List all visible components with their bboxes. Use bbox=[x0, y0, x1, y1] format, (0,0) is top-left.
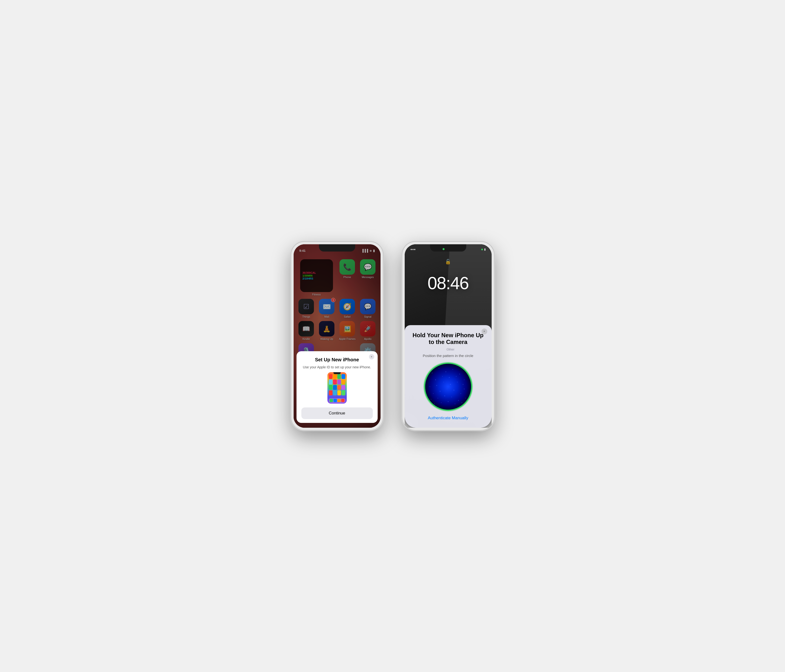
svg-point-4 bbox=[452, 369, 453, 370]
svg-point-26 bbox=[451, 397, 452, 397]
camera-active-dot bbox=[443, 248, 444, 250]
lock-screen: ●●● ▮ 🔓 08:46 × Hold Your New iPhone Up … bbox=[405, 244, 492, 428]
illu-app-11 bbox=[337, 385, 341, 390]
scene: 9:41 ▐▐▐ ⌾ ▮ 36/300CAL bbox=[291, 242, 494, 430]
svg-point-29 bbox=[434, 403, 435, 404]
illu-app-4 bbox=[341, 374, 345, 379]
svg-point-17 bbox=[464, 389, 464, 389]
illu-dock-4 bbox=[341, 399, 344, 402]
left-screen: 9:41 ▐▐▐ ⌾ ▮ 36/300CAL bbox=[294, 244, 380, 428]
illu-dock bbox=[329, 398, 345, 403]
illu-app-5 bbox=[329, 380, 333, 384]
svg-point-14 bbox=[443, 382, 444, 383]
illu-app-9 bbox=[329, 385, 333, 390]
illu-app-10 bbox=[333, 385, 337, 390]
right-iphone: ●●● ▮ 🔓 08:46 × Hold Your New iPhone Up … bbox=[402, 242, 494, 430]
svg-point-33 bbox=[461, 402, 463, 403]
camera-modal-close-button[interactable]: × bbox=[482, 328, 487, 334]
svg-point-15 bbox=[450, 384, 451, 385]
continue-button[interactable]: Continue bbox=[301, 408, 373, 419]
illu-app-14 bbox=[333, 390, 337, 395]
svg-point-25 bbox=[444, 395, 445, 396]
illu-dock-3 bbox=[337, 399, 341, 402]
svg-point-31 bbox=[448, 401, 449, 402]
right-screen: ●●● ▮ 🔓 08:46 × Hold Your New iPhone Up … bbox=[405, 244, 492, 428]
right-notch bbox=[430, 244, 466, 252]
modal-close-button[interactable]: × bbox=[369, 354, 374, 359]
svg-point-0 bbox=[425, 364, 471, 409]
camera-modal-title: Hold Your New iPhone Up to the Camera bbox=[410, 332, 486, 346]
illu-app-3 bbox=[337, 374, 341, 379]
iphone-illustration bbox=[327, 372, 347, 403]
camera-status-dot bbox=[481, 248, 483, 250]
camera-modal-description: Position the pattern in the circle bbox=[410, 354, 486, 358]
svg-point-7 bbox=[435, 380, 436, 380]
modal-description: Use your Apple ID to set up your new iPh… bbox=[303, 365, 371, 370]
setup-modal: × Set Up New iPhone Use your Apple ID to… bbox=[297, 351, 378, 423]
lock-time: 08:46 bbox=[405, 273, 492, 293]
illu-app-6 bbox=[333, 380, 337, 384]
illu-app-16 bbox=[341, 390, 345, 395]
authenticate-manually-button[interactable]: Authenticate Manually bbox=[410, 416, 486, 420]
left-iphone: 9:41 ▐▐▐ ⌾ ▮ 36/300CAL bbox=[291, 242, 383, 430]
notch bbox=[319, 244, 355, 252]
svg-point-3 bbox=[445, 371, 446, 372]
illu-app-1 bbox=[329, 374, 333, 379]
illu-dock-2 bbox=[333, 399, 337, 402]
svg-point-13 bbox=[436, 385, 437, 386]
svg-point-8 bbox=[442, 376, 443, 377]
svg-point-12 bbox=[429, 386, 430, 387]
svg-point-19 bbox=[439, 391, 441, 392]
illu-app-8 bbox=[341, 380, 345, 384]
svg-point-22 bbox=[460, 393, 461, 394]
illu-app-2 bbox=[333, 374, 337, 379]
illu-app-15 bbox=[337, 390, 341, 395]
svg-point-16 bbox=[457, 382, 458, 383]
svg-point-5 bbox=[459, 374, 460, 375]
svg-point-10 bbox=[456, 376, 457, 377]
modal-title: Set Up New iPhone bbox=[315, 357, 359, 363]
lock-signal: ●●● bbox=[410, 248, 416, 251]
illu-app-13 bbox=[329, 390, 333, 395]
svg-point-24 bbox=[437, 398, 438, 399]
lock-battery: ▮ bbox=[484, 248, 486, 251]
svg-point-2 bbox=[438, 368, 439, 369]
modal-overlay: × Set Up New iPhone Use your Apple ID to… bbox=[294, 244, 380, 428]
padlock-icon: 🔓 bbox=[445, 259, 451, 264]
svg-point-32 bbox=[455, 403, 455, 404]
illu-app-7 bbox=[337, 380, 341, 384]
svg-point-1 bbox=[432, 372, 432, 374]
svg-point-23 bbox=[430, 399, 431, 400]
illu-app-12 bbox=[341, 385, 345, 390]
svg-point-9 bbox=[449, 377, 450, 378]
svg-point-20 bbox=[446, 389, 447, 389]
svg-point-6 bbox=[464, 380, 464, 380]
blur-text-overlay: Other bbox=[413, 348, 488, 352]
svg-point-11 bbox=[463, 384, 463, 385]
camera-pattern-circle bbox=[424, 363, 472, 411]
camera-modal: × Hold Your New iPhone Up to the Camera … bbox=[405, 325, 492, 428]
illu-notch bbox=[333, 372, 341, 374]
svg-point-28 bbox=[465, 398, 466, 399]
home-screen: 9:41 ▐▐▐ ⌾ ▮ 36/300CAL bbox=[294, 244, 380, 428]
svg-point-21 bbox=[453, 389, 454, 391]
illu-dock-1 bbox=[330, 399, 333, 402]
svg-point-30 bbox=[441, 402, 442, 403]
svg-point-27 bbox=[458, 400, 459, 401]
svg-point-18 bbox=[433, 393, 433, 394]
